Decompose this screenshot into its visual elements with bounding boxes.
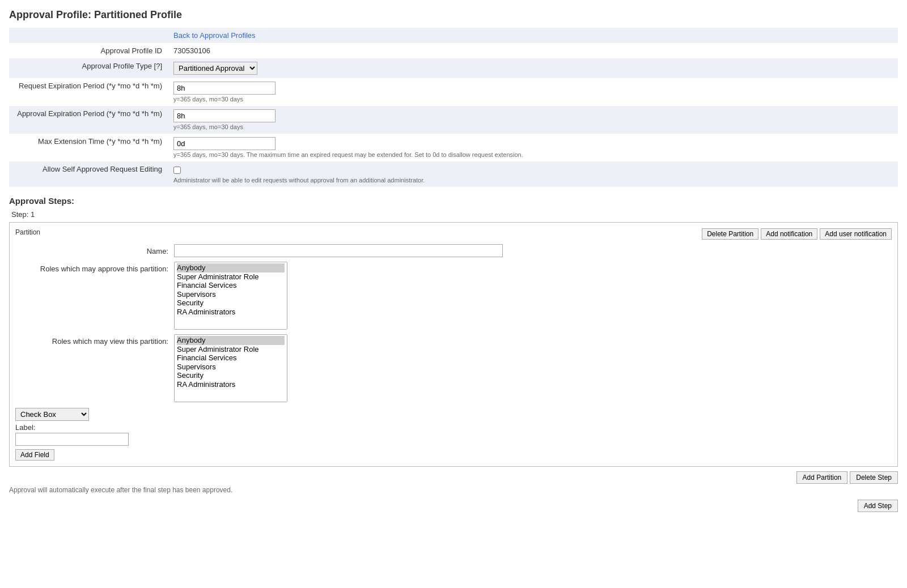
request-expiration-input[interactable] bbox=[173, 82, 276, 95]
partition-name-control bbox=[174, 244, 892, 257]
field-type-select[interactable]: Check Box Text Field Number Field Radio … bbox=[15, 408, 89, 421]
roles-view-option-financial: Financial Services bbox=[177, 353, 285, 363]
roles-approve-option-anybody: Anybody bbox=[177, 263, 285, 272]
roles-approve-option-financial: Financial Services bbox=[177, 281, 285, 290]
roles-approve-option-supervisors: Supervisors bbox=[177, 290, 285, 299]
max-extension-row: Max Extension Time (*y *mo *d *h *m) y=3… bbox=[9, 134, 898, 161]
allow-self-approved-label: Allow Self Approved Request Editing bbox=[9, 161, 168, 187]
add-partition-button[interactable]: Add Partition bbox=[796, 471, 848, 484]
max-extension-hint: y=365 days, mo=30 days. The maximum time… bbox=[173, 151, 892, 158]
field-label-text: Label: bbox=[15, 423, 35, 432]
approval-profile-type-select[interactable]: Partitioned Approval bbox=[173, 62, 257, 75]
roles-view-option-security: Security bbox=[177, 371, 285, 380]
partition-name-row: Name: bbox=[15, 244, 892, 257]
max-extension-input[interactable] bbox=[173, 137, 276, 150]
partition-header: Partition Delete Partition Add notificat… bbox=[15, 228, 892, 240]
roles-view-select[interactable]: Anybody Super Administrator Role Financi… bbox=[174, 334, 287, 402]
request-expiration-hint: y=365 days, mo=30 days bbox=[173, 96, 892, 103]
roles-view-option-superadmin: Super Administrator Role bbox=[177, 345, 285, 354]
roles-view-option-ra: RA Administrators bbox=[177, 380, 285, 389]
approval-profile-id-label: Approval Profile ID bbox=[9, 43, 168, 58]
request-expiration-label: Request Expiration Period (*y *mo *d *h … bbox=[9, 78, 168, 106]
approval-profile-type-label: Approval Profile Type [?] bbox=[9, 58, 168, 78]
request-expiration-row: Request Expiration Period (*y *mo *d *h … bbox=[9, 78, 898, 106]
roles-view-row: Roles which may view this partition: Any… bbox=[15, 334, 892, 402]
approval-profile-type-row: Approval Profile Type [?] Partitioned Ap… bbox=[9, 58, 898, 78]
roles-approve-label: Roles which may approve this partition: bbox=[15, 262, 174, 273]
add-field-row: Add Field bbox=[15, 446, 892, 461]
roles-approve-option-security: Security bbox=[177, 299, 285, 308]
max-extension-label: Max Extension Time (*y *mo *d *h *m) bbox=[9, 134, 168, 161]
approval-expiration-hint: y=365 days, mo=30 days bbox=[173, 123, 892, 130]
roles-approve-select[interactable]: Anybody Super Administrator Role Financi… bbox=[174, 262, 287, 330]
delete-partition-button[interactable]: Delete Partition bbox=[702, 228, 758, 240]
approval-expiration-label: Approval Expiration Period (*y *mo *d *h… bbox=[9, 106, 168, 134]
footer-note: Approval will automatically execute afte… bbox=[9, 486, 898, 494]
partition-actions: Delete Partition Add notification Add us… bbox=[702, 228, 892, 240]
add-field-button[interactable]: Add Field bbox=[15, 449, 54, 461]
add-user-notification-button[interactable]: Add user notification bbox=[820, 228, 892, 240]
roles-approve-option-ra: RA Administrators bbox=[177, 308, 285, 317]
allow-self-approved-checkbox[interactable] bbox=[173, 167, 181, 174]
roles-approve-control: Anybody Super Administrator Role Financi… bbox=[174, 262, 892, 330]
profile-form-table: Back to Approval Profiles Approval Profi… bbox=[9, 28, 898, 187]
back-link-row: Back to Approval Profiles bbox=[9, 28, 898, 43]
add-notification-button[interactable]: Add notification bbox=[761, 228, 817, 240]
partition-name-input[interactable] bbox=[174, 244, 503, 257]
approval-profile-id-row: Approval Profile ID 730530106 bbox=[9, 43, 898, 58]
roles-view-option-supervisors: Supervisors bbox=[177, 363, 285, 372]
delete-step-button[interactable]: Delete Step bbox=[850, 471, 898, 484]
approval-expiration-input[interactable] bbox=[173, 109, 276, 122]
field-label-row: Label: bbox=[15, 423, 892, 432]
partition-box: Partition Delete Partition Add notificat… bbox=[9, 222, 898, 467]
roles-approve-option-superadmin: Super Administrator Role bbox=[177, 272, 285, 282]
step-label: Step: 1 bbox=[11, 210, 898, 219]
allow-self-approved-note: Administrator will be able to edit reque… bbox=[173, 177, 892, 184]
bottom-actions: Add Partition Delete Step bbox=[9, 471, 898, 484]
approval-expiration-row: Approval Expiration Period (*y *mo *d *h… bbox=[9, 106, 898, 134]
add-step-button[interactable]: Add Step bbox=[858, 500, 898, 512]
roles-approve-row: Roles which may approve this partition: … bbox=[15, 262, 892, 330]
roles-view-option-anybody: Anybody bbox=[177, 336, 285, 345]
add-step-row: Add Step bbox=[9, 500, 898, 512]
roles-view-control: Anybody Super Administrator Role Financi… bbox=[174, 334, 892, 402]
field-label-input-row bbox=[15, 433, 892, 446]
approval-steps-heading: Approval Steps: bbox=[9, 196, 898, 206]
field-label-input[interactable] bbox=[15, 433, 129, 446]
partition-name-label: Name: bbox=[15, 244, 174, 255]
partition-title: Partition bbox=[15, 228, 40, 236]
page-title: Approval Profile: Partitioned Profile bbox=[9, 9, 898, 21]
approval-profile-id-value: 730530106 bbox=[173, 46, 210, 55]
roles-view-label: Roles which may view this partition: bbox=[15, 334, 174, 346]
allow-self-approved-row: Allow Self Approved Request Editing Admi… bbox=[9, 161, 898, 187]
back-to-profiles-link[interactable]: Back to Approval Profiles bbox=[173, 31, 256, 40]
checkbox-select-row: Check Box Text Field Number Field Radio … bbox=[15, 408, 892, 421]
